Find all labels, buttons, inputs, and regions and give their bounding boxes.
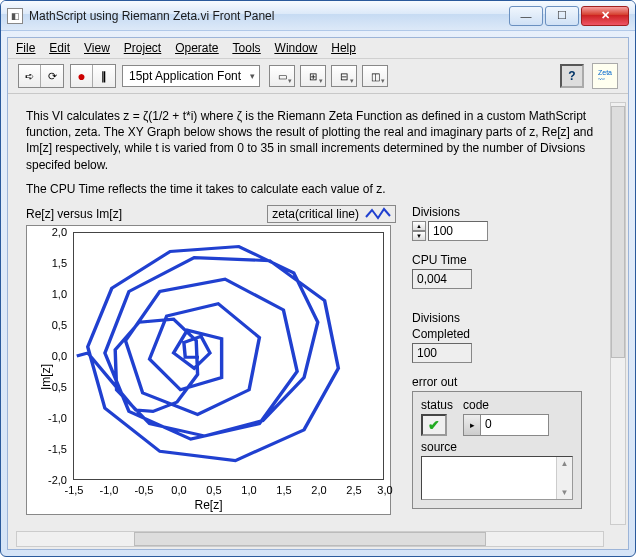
xtick: -0,5 — [135, 484, 154, 496]
font-selector[interactable]: 15pt Application Font — [122, 65, 260, 87]
x-axis-label: Re[z] — [194, 498, 222, 512]
divcomp-label1: Divisions — [412, 311, 610, 325]
font-label: 15pt Application Font — [129, 69, 241, 83]
maximize-button[interactable]: ☐ — [545, 6, 579, 26]
app-window: ◧ MathScript using Riemann Zeta.vi Front… — [0, 0, 636, 557]
reorder-button[interactable]: ◫ — [362, 65, 388, 87]
xtick: 0,5 — [206, 484, 221, 496]
xtick: 2,0 — [311, 484, 326, 496]
code-value: 0 — [481, 414, 549, 436]
help-button[interactable]: ? — [560, 64, 584, 88]
minimize-button[interactable]: — — [509, 6, 543, 26]
window-title: MathScript using Riemann Zeta.vi Front P… — [29, 9, 507, 23]
toolbar: ➪ ⟳ ● ∥ 15pt Application Font ▭ ⊞ ⊟ ◫ ? … — [8, 59, 628, 94]
exec-group: ● ∥ — [70, 64, 116, 88]
ytick: -1,0 — [27, 412, 71, 424]
close-button[interactable]: ✕ — [581, 6, 629, 26]
menu-window[interactable]: Window — [275, 41, 318, 55]
menubar: File Edit View Project Operate Tools Win… — [8, 38, 628, 59]
app-icon: ◧ — [7, 8, 23, 24]
divisions-label: Divisions — [412, 205, 610, 219]
description-1: This VI calculates z = ζ(1/2 + t*i) wher… — [26, 108, 610, 173]
source-label: source — [421, 440, 573, 454]
ytick: 0,5 — [27, 319, 71, 331]
pause-button[interactable]: ∥ — [93, 65, 115, 87]
menu-tools[interactable]: Tools — [233, 41, 261, 55]
xtick: 1,5 — [276, 484, 291, 496]
graph-title: Re[z] versus Im[z] — [26, 207, 122, 221]
align-button[interactable]: ▭ — [269, 65, 295, 87]
run-group: ➪ ⟳ — [18, 64, 64, 88]
graph-legend[interactable]: zeta(critical line) — [267, 205, 396, 223]
abort-button[interactable]: ● — [71, 65, 93, 87]
description-2: The CPU Time reflects the time it takes … — [26, 181, 610, 197]
plot-canvas — [73, 232, 384, 480]
menu-project[interactable]: Project — [124, 41, 161, 55]
ytick: 0,0 — [27, 350, 71, 362]
legend-label: zeta(critical line) — [272, 207, 359, 221]
inner-panel: File Edit View Project Operate Tools Win… — [7, 37, 629, 550]
menu-file[interactable]: File — [16, 41, 35, 55]
menu-edit[interactable]: Edit — [49, 41, 70, 55]
code-label: code — [463, 398, 549, 412]
divisions-input[interactable]: 100 — [428, 221, 488, 241]
menu-view[interactable]: View — [84, 41, 110, 55]
xtick: -1,0 — [100, 484, 119, 496]
xtick: -1,5 — [65, 484, 84, 496]
divisions-spinner[interactable]: ▲▼ — [412, 221, 426, 241]
v-scrollbar[interactable] — [610, 102, 626, 525]
code-browse-icon[interactable]: ▸ — [463, 414, 481, 436]
divcomp-value: 100 — [412, 343, 472, 363]
distribute-button[interactable]: ⊞ — [300, 65, 326, 87]
source-scrollbar[interactable]: ▲▼ — [556, 457, 572, 499]
resize-button[interactable]: ⊟ — [331, 65, 357, 87]
xtick: 0,0 — [171, 484, 186, 496]
xtick: 1,0 — [241, 484, 256, 496]
source-text[interactable]: ▲▼ — [421, 456, 573, 500]
xy-graph[interactable]: Im[z] Re[z] 2,0 1,5 1,0 0,5 0,0 -0,5 -1,… — [26, 225, 391, 515]
ytick: 2,0 — [27, 226, 71, 238]
cpu-time-label: CPU Time — [412, 253, 610, 267]
menu-help[interactable]: Help — [331, 41, 356, 55]
cpu-time-value: 0,004 — [412, 269, 472, 289]
h-scrollbar[interactable] — [16, 531, 604, 547]
ytick: -1,5 — [27, 443, 71, 455]
menu-operate[interactable]: Operate — [175, 41, 218, 55]
content-area: This VI calculates z = ζ(1/2 + t*i) wher… — [8, 94, 628, 549]
titlebar[interactable]: ◧ MathScript using Riemann Zeta.vi Front… — [1, 1, 635, 31]
vi-icon[interactable]: Zeta〰 — [592, 63, 618, 89]
status-indicator: ✔ — [421, 414, 447, 436]
status-label: status — [421, 398, 453, 412]
run-cont-button[interactable]: ⟳ — [41, 65, 63, 87]
xtick: 3,0 — [377, 484, 392, 496]
error-out-label: error out — [412, 375, 610, 389]
xtick: 2,5 — [346, 484, 361, 496]
graph-area: Re[z] versus Im[z] zeta(critical line) I… — [26, 205, 396, 515]
error-cluster: status ✔ code ▸ 0 source — [412, 391, 582, 509]
ytick: 1,0 — [27, 288, 71, 300]
legend-sample-icon — [365, 207, 391, 221]
ytick: 1,5 — [27, 257, 71, 269]
divcomp-label2: Completed — [412, 327, 610, 341]
ytick: -0,5 — [27, 381, 71, 393]
run-button[interactable]: ➪ — [19, 65, 41, 87]
side-panel: Divisions ▲▼ 100 CPU Time 0,004 Division… — [412, 205, 610, 515]
